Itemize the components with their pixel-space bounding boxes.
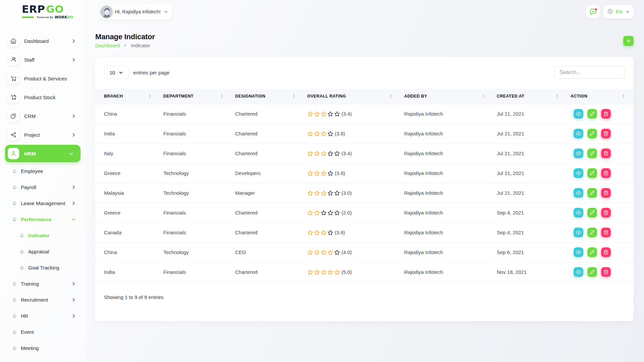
delete-button[interactable] [601, 228, 611, 237]
edit-button[interactable] [587, 188, 597, 198]
sidebar-item-label: Performance [21, 217, 52, 222]
cell-overall-rating: (2.0) [299, 203, 395, 223]
breadcrumb-dashboard-link[interactable]: Dashboard [95, 43, 120, 48]
delete-button[interactable] [601, 129, 611, 138]
star-filled-icon [314, 190, 320, 196]
cell-designation: Manager [226, 183, 299, 203]
sidebar-item-project[interactable]: Project [0, 125, 86, 144]
sidebar-item-payroll[interactable]: Payroll [0, 179, 86, 195]
edit-button[interactable] [587, 247, 597, 257]
column-header-created-at[interactable]: CREATED AT [488, 89, 562, 104]
brand-tagline: Powered By WORKDO [22, 15, 73, 19]
table-head: BRANCHDEPARTMENTDESIGNATIONOVERALL RATIN… [95, 89, 634, 104]
column-label: CREATED AT [497, 94, 524, 99]
rating: (3.0) [307, 190, 392, 196]
view-button[interactable] [574, 267, 583, 277]
column-header-department[interactable]: DEPARTMENT [155, 89, 226, 104]
edit-button[interactable] [587, 228, 597, 237]
view-button[interactable] [574, 109, 583, 119]
view-button[interactable] [574, 188, 583, 198]
delete-button[interactable] [601, 109, 611, 119]
view-button[interactable] [574, 228, 583, 237]
sidebar-item-staff[interactable]: Staff [0, 50, 86, 69]
table-row-5: MalaysiaTechnologyManager(3.0)Rajodiya I… [95, 183, 634, 203]
column-header-overall-rating[interactable]: OVERALL RATING [299, 89, 395, 104]
view-button[interactable] [574, 247, 583, 257]
cell-action [562, 104, 634, 124]
edit-button[interactable] [587, 109, 597, 119]
view-button[interactable] [574, 148, 583, 158]
search-input[interactable] [554, 66, 625, 79]
cell-designation: Chartered [226, 223, 299, 242]
table-row-6: GreeceFinancialsChartered(2.0)Rajodiya I… [95, 203, 634, 223]
sidebar-item-label: Leave Management [21, 200, 65, 206]
star-empty-icon [327, 190, 333, 196]
delete-button[interactable] [601, 247, 611, 257]
cell-added-by: Rajodiya Infotech [395, 262, 488, 282]
sidebar-item-hrm[interactable]: HRM [5, 145, 80, 162]
sidebar-item-training[interactable]: Training [0, 276, 86, 292]
chat-icon [589, 7, 598, 16]
brand-name: ERPGO [22, 4, 73, 14]
column-header-action[interactable]: ACTION [562, 89, 634, 104]
sort-icon [149, 94, 152, 99]
brand-logo[interactable]: ERPGO Powered By WORKDO [22, 4, 73, 19]
cell-designation: Chartered [226, 203, 299, 223]
sidebar-item-label: Event [21, 329, 34, 335]
messenger-button[interactable] [586, 5, 600, 18]
edit-button[interactable] [587, 208, 597, 218]
delete-button[interactable] [601, 208, 611, 218]
sidebar-item-goal-tracking[interactable]: Goal Tracking [0, 259, 86, 276]
sidebar-item-leave-management[interactable]: Leave Management [0, 195, 86, 211]
dot-icon [20, 250, 24, 253]
crm-icon [8, 110, 19, 122]
delete-button[interactable] [601, 188, 611, 198]
entries-per-page-select[interactable]: 10 [104, 66, 129, 79]
sidebar-item-recruitment[interactable]: Recruitment [0, 292, 86, 308]
sidebar-item-product-stock[interactable]: Product Stock [0, 88, 86, 107]
sidebar-item-dashboard[interactable]: Dashboard [0, 32, 86, 50]
sidebar-item-indicator[interactable]: Indicator [0, 227, 86, 243]
eye-icon [576, 190, 581, 196]
chevron-right-icon [71, 185, 76, 190]
user-menu-button[interactable]: Hi, Rajodiya Infotech! [100, 4, 172, 19]
sidebar-item-crm[interactable]: CRM [0, 107, 86, 125]
sidebar-item-label: Product & Services [24, 76, 67, 81]
view-button[interactable] [574, 168, 583, 178]
sidebar-item-hr[interactable]: HR [0, 308, 86, 324]
delete-button[interactable] [601, 267, 611, 277]
delete-button[interactable] [601, 148, 611, 158]
chevron-right-icon [71, 39, 76, 44]
eye-icon [576, 230, 581, 235]
breadcrumb: Dashboard Indicator [95, 43, 155, 48]
view-button[interactable] [574, 129, 583, 138]
sidebar-item-meeting[interactable]: Meeting [0, 340, 86, 356]
edit-button[interactable] [587, 267, 597, 277]
sidebar-item-product-services[interactable]: Product & Services [0, 69, 86, 88]
sidebar-item-event[interactable]: Event [0, 324, 86, 340]
pencil-icon [590, 171, 595, 176]
edit-button[interactable] [587, 168, 597, 178]
table-row-4: GreeceTechnologyDevelopers(3.8)Rajodiya … [95, 163, 634, 183]
star-filled-icon [314, 249, 320, 255]
user-icon [8, 148, 19, 159]
edit-button[interactable] [587, 129, 597, 138]
sidebar-item-performance[interactable]: Performance [0, 211, 86, 227]
view-button[interactable] [574, 208, 583, 218]
column-header-added-by[interactable]: ADDED BY [395, 89, 488, 104]
chevron-down-icon [164, 9, 168, 14]
column-header-designation[interactable]: DESIGNATION [226, 89, 299, 104]
delete-button[interactable] [601, 168, 611, 178]
sidebar-item-employee[interactable]: Employee [0, 163, 86, 179]
trash-icon [603, 250, 608, 255]
language-selector[interactable]: EN [603, 5, 634, 18]
edit-button[interactable] [587, 148, 597, 158]
trash-icon [603, 151, 608, 156]
column-header-branch[interactable]: BRANCH [95, 89, 155, 104]
sidebar-item-label: Employee [21, 168, 43, 174]
star-filled-icon [307, 190, 313, 196]
add-indicator-button[interactable] [623, 36, 634, 46]
sidebar-item-appraisal[interactable]: Appraisal [0, 243, 86, 259]
trash-icon [603, 111, 608, 116]
column-label: DESIGNATION [235, 94, 265, 99]
